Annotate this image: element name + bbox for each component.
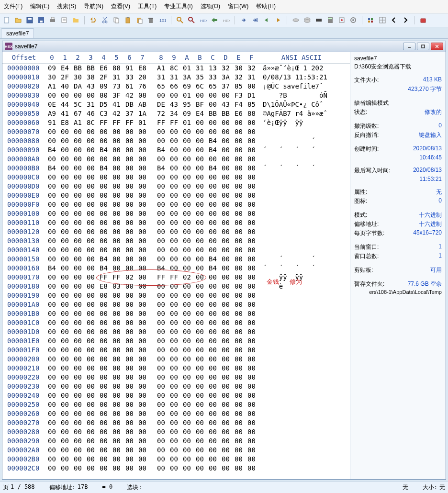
- hex-row[interactable]: 000000A000000000000000000000000000000000: [2, 155, 350, 164]
- hex-row[interactable]: 000000B0B4000000B4000000B4000000B4000000…: [2, 164, 350, 173]
- bytes-cell[interactable]: 00000000000000000000000000000000: [45, 236, 258, 246]
- ascii-cell[interactable]: [258, 173, 350, 182]
- bytes-cell[interactable]: B4000000B4000000B4000000B4000000: [45, 164, 258, 173]
- hex-row[interactable]: 0000019000000000000000000000000000000000: [2, 291, 350, 300]
- hex-row[interactable]: 000002B000000000000000000000000000000000: [2, 455, 350, 464]
- menu-item[interactable]: 帮助(H): [252, 1, 280, 12]
- bytes-cell[interactable]: 00000000000000000000000000000000: [45, 464, 258, 473]
- ascii-cell[interactable]: [258, 209, 350, 218]
- bytes-cell[interactable]: 00000000000000000000000000000000: [45, 227, 258, 236]
- bytes-cell[interactable]: 00000000000000000000000000000000: [45, 300, 258, 309]
- bytes-cell[interactable]: 00000000000000000000000000000000: [45, 418, 258, 427]
- bytes-cell[interactable]: 00000000000000000000000000000000: [45, 400, 258, 409]
- bytes-cell[interactable]: 00000000000000000000000000000000: [45, 382, 258, 391]
- bytes-cell[interactable]: A140DA43097361766566696C65378500: [45, 82, 258, 91]
- ascii-cell[interactable]: ´ ´: [258, 255, 350, 264]
- go-end-icon[interactable]: [250, 15, 260, 25]
- bytes-cell[interactable]: B4000000B4000000B4000000B4000000: [45, 264, 258, 273]
- hex-row[interactable]: 0000024000000000000000000000000000000000: [2, 391, 350, 400]
- folder-icon[interactable]: [71, 15, 80, 25]
- ram-icon[interactable]: [314, 15, 324, 25]
- bytes-cell[interactable]: 00000000B400000000000000B4000000: [45, 255, 258, 264]
- tab-savefile7[interactable]: savefile7: [1, 28, 34, 38]
- replace-icon[interactable]: HEX: [198, 15, 208, 25]
- maximize-button[interactable]: [417, 43, 429, 50]
- save-icon[interactable]: [25, 15, 34, 25]
- ascii-cell[interactable]: [258, 373, 350, 382]
- bytes-cell[interactable]: 0E445C31D541DBABDE4395BF0043F485: [45, 100, 258, 109]
- grid-icon[interactable]: [378, 15, 387, 25]
- ascii-cell[interactable]: [258, 409, 350, 418]
- menu-item[interactable]: 查看(V): [107, 1, 134, 12]
- bytes-cell[interactable]: 00000000000000000000000000000000: [45, 364, 258, 373]
- ascii-cell[interactable]: [258, 446, 350, 455]
- bytes-cell[interactable]: 00000000000000000000000000000000: [45, 182, 258, 191]
- hex-row[interactable]: 000001E000000000000000000000000000000000: [2, 336, 350, 346]
- menu-item[interactable]: 导航(N): [80, 1, 107, 12]
- hex-row[interactable]: 000001F000000000000000000000000000000000: [2, 346, 350, 355]
- bytes-cell[interactable]: 00000000000000000000000000000000: [45, 427, 258, 437]
- bytes-cell[interactable]: 302F30382F31332031313A35333A3231: [45, 73, 258, 82]
- next-icon[interactable]: [401, 15, 410, 25]
- hex-row[interactable]: 0000028000000000000000000000000000000000: [2, 427, 350, 437]
- hex-row[interactable]: 0000003000000000803F4208000001000000F3D1…: [2, 91, 350, 100]
- hex-row[interactable]: 0000027000000000000000000000000000000000: [2, 418, 350, 427]
- hex-row[interactable]: 0000020000000000000000000000000000000000: [2, 355, 350, 364]
- bytes-cell[interactable]: 00000000000000000000000000000000: [45, 446, 258, 455]
- hex-row[interactable]: 0000029000000000000000000000000000000000: [2, 437, 350, 446]
- ascii-cell[interactable]: [258, 336, 350, 346]
- hex-row[interactable]: 00000020A140DA43097361766566696C65378500…: [2, 82, 350, 91]
- bytes-cell[interactable]: 00000000000000000000000000000000: [45, 246, 258, 255]
- ascii-cell[interactable]: ©AgFÃB7 r4 ä»»æˆ: [258, 109, 350, 118]
- bytes-cell[interactable]: 00000000000000000000000000000000: [45, 291, 258, 300]
- bytes-cell[interactable]: 00000000000000000000000000000000: [45, 218, 258, 227]
- ascii-cell[interactable]: ¡@ÚC savefile7ˆ: [258, 82, 350, 91]
- ascii-cell[interactable]: ´ ´ ´ ´: [258, 164, 350, 173]
- hex-row[interactable]: 0000011000000000000000000000000000000000: [2, 218, 350, 227]
- paste-icon[interactable]: [134, 15, 144, 25]
- ascii-cell[interactable]: [258, 318, 350, 327]
- ascii-cell[interactable]: [258, 155, 350, 164]
- hex-row[interactable]: 0000025000000000000000000000000000000000: [2, 400, 350, 409]
- hex-row[interactable]: 0000010000000000000000000000000000000000: [2, 209, 350, 218]
- disk2-icon[interactable]: [302, 15, 312, 25]
- bytes-cell[interactable]: 00000000000000000000000000000000: [45, 155, 258, 164]
- bytes-cell[interactable]: 00000000000000000000000000000000: [45, 455, 258, 464]
- bytes-cell[interactable]: 00000000000000000000000000000000: [45, 127, 258, 136]
- ascii-cell[interactable]: [258, 464, 350, 473]
- menu-item[interactable]: 窗口(W): [224, 1, 252, 12]
- hex-row[interactable]: 000001D000000000000000000000000000000000: [2, 327, 350, 336]
- ascii-cell[interactable]: [258, 127, 350, 136]
- hex-row[interactable]: 0000006091E8A18CFFFFFF01FFFF010000000000…: [2, 118, 350, 127]
- binary-icon[interactable]: 101: [157, 15, 167, 25]
- bytes-cell[interactable]: 00000000000000000000000000000000: [45, 391, 258, 400]
- bytes-cell[interactable]: 00000000000000000000000000000000: [45, 200, 258, 209]
- bytes-cell[interactable]: 00000000803F4208000001000000F3D1: [45, 91, 258, 100]
- bytes-cell[interactable]: 00000000E80300000000000000000000: [45, 282, 258, 291]
- hex-row[interactable]: 000000400E445C31D541DBABDE4395BF0043F485…: [2, 100, 350, 109]
- hex-row[interactable]: 0000026000000000000000000000000000000000: [2, 409, 350, 418]
- ascii-cell[interactable]: [258, 427, 350, 437]
- ascii-cell[interactable]: [258, 346, 350, 355]
- ascii-cell[interactable]: 0/08/13 11:53:21: [258, 73, 350, 82]
- bytes-cell[interactable]: 00000000000000000000000000000000: [45, 336, 258, 346]
- hex-rows[interactable]: 0000000009E4BBBBE68891E8A18C013113323032…: [2, 64, 350, 479]
- forward-icon[interactable]: [273, 15, 283, 25]
- ascii-cell[interactable]: [258, 364, 350, 373]
- hex-row[interactable]: 000000C000000000000000000000000000000000: [2, 173, 350, 182]
- hex-row[interactable]: 00000160B4000000B4000000B4000000B4000000…: [2, 264, 350, 273]
- ascii-cell[interactable]: [258, 327, 350, 336]
- ascii-cell[interactable]: ?B óÑ: [258, 91, 350, 100]
- hex-row[interactable]: 000000E000000000000000000000000000000000: [2, 191, 350, 200]
- bytes-cell[interactable]: 00000000000000000000000000000000: [45, 318, 258, 327]
- copy-icon[interactable]: [112, 15, 121, 25]
- new-file-icon[interactable]: [2, 15, 11, 25]
- print-icon[interactable]: [48, 15, 57, 25]
- hex-row[interactable]: 00000090B4000000B4000000B4000000B4000000…: [2, 146, 350, 155]
- ascii-cell[interactable]: [258, 418, 350, 427]
- ascii-cell[interactable]: ä»»æˆ‘è¡Œ 1 202: [258, 64, 350, 73]
- tools-icon[interactable]: [348, 15, 358, 25]
- clipboard-icon[interactable]: [123, 15, 133, 25]
- hex-row[interactable]: 0000013000000000000000000000000000000000: [2, 236, 350, 246]
- ascii-cell[interactable]: [258, 300, 350, 309]
